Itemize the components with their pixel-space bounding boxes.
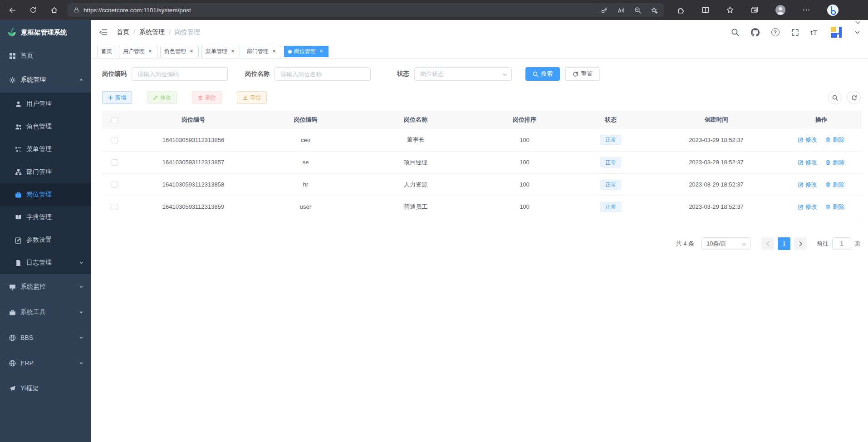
row-delete-button[interactable]: 删除 [825, 181, 844, 189]
sidebar-item-home[interactable]: 首页 [0, 44, 91, 67]
split-screen-icon[interactable] [701, 6, 710, 14]
help-button[interactable]: ? [771, 28, 780, 36]
sidebar-item-user-mgmt[interactable]: 用户管理 [0, 93, 91, 115]
trash-icon [825, 160, 831, 165]
sidebar-collapse-button[interactable] [99, 29, 108, 36]
tab-user-mgmt[interactable]: 用户管理 × [119, 46, 157, 57]
chevron-down-icon [502, 72, 507, 77]
sidebar-item-log-mgmt[interactable]: 日志管理 [0, 251, 91, 274]
tab-close-icon[interactable]: × [230, 49, 236, 55]
extensions-icon[interactable] [677, 6, 685, 14]
tab-close-icon[interactable]: × [188, 49, 195, 55]
row-checkbox[interactable] [112, 182, 118, 188]
sidebar-item-param-settings[interactable]: 参数设置 [0, 229, 91, 251]
browser-back-button[interactable] [5, 2, 20, 18]
edit-button[interactable]: 修改 [147, 91, 177, 104]
password-key-icon[interactable] [601, 7, 608, 14]
reset-button[interactable]: 重置 [565, 67, 600, 81]
tab-role-mgmt[interactable]: 角色管理 × [160, 46, 199, 57]
bing-copilot-icon[interactable] [827, 4, 839, 16]
export-button[interactable]: 导出 [237, 91, 267, 104]
sidebar-item-dict-mgmt[interactable]: 字典管理 [0, 206, 91, 229]
back-icon [9, 6, 16, 14]
document-icon [15, 260, 22, 266]
row-edit-button[interactable]: 修改 [798, 181, 817, 189]
tab-label: 角色管理 [164, 48, 186, 55]
collections-icon[interactable] [750, 6, 759, 14]
font-size-button[interactable]: tT [811, 29, 818, 36]
status-badge: 正常 [600, 202, 621, 212]
row-delete-button[interactable]: 删除 [825, 203, 844, 211]
page-size-select[interactable]: 10条/页 [701, 237, 750, 250]
sidebar-item-post-mgmt[interactable]: 岗位管理 [0, 183, 91, 206]
tab-post-mgmt[interactable]: 岗位管理 × [284, 46, 329, 57]
toggle-search-button[interactable] [828, 91, 842, 104]
tags-view-bar: 首页 用户管理 × 角色管理 × 菜单管理 × 部门管理 × 岗位管理 × [91, 44, 868, 59]
book-icon [15, 214, 22, 221]
goto-page-input[interactable] [832, 237, 851, 250]
add-favorite-icon[interactable] [651, 7, 658, 14]
row-delete-button[interactable]: 删除 [825, 136, 844, 144]
row-edit-button[interactable]: 修改 [798, 136, 817, 144]
github-icon [751, 28, 760, 37]
refresh-table-button[interactable] [847, 91, 861, 104]
sidebar-group-erp[interactable]: ERP [0, 350, 91, 376]
avatar-dropdown-caret-icon[interactable] [855, 31, 860, 34]
github-link[interactable] [751, 28, 760, 37]
row-checkbox[interactable] [112, 159, 118, 166]
row-checkbox[interactable] [112, 137, 118, 143]
prev-page-button[interactable] [761, 237, 774, 250]
sidebar-item-role-mgmt[interactable]: 角色管理 [0, 115, 91, 138]
sidebar-item-menu-mgmt[interactable]: 菜单管理 [0, 138, 91, 161]
post-name-input[interactable] [275, 67, 371, 81]
post-code-input[interactable] [132, 67, 228, 81]
search-button[interactable]: 搜索 [525, 67, 560, 81]
status-select[interactable]: 岗位状态 [414, 67, 512, 81]
cell-post-id: 1641030593112313859 [128, 196, 259, 218]
browser-refresh-button[interactable] [25, 2, 41, 18]
sidebar-group-bbs[interactable]: BBS [0, 325, 91, 350]
sidebar-group-monitor[interactable]: 系统监控 [0, 274, 91, 300]
favorites-icon[interactable] [726, 6, 734, 14]
user-avatar[interactable] [829, 25, 843, 39]
profile-avatar[interactable] [775, 5, 786, 15]
breadcrumb-system[interactable]: 系统管理 [139, 28, 165, 36]
browser-menu-icon[interactable] [802, 6, 810, 14]
add-button[interactable]: 新增 [102, 91, 132, 104]
sidebar-item-dept-mgmt[interactable]: 部门管理 [0, 161, 91, 183]
sidebar-item-label: 字典管理 [26, 213, 52, 221]
cell-post-code: hr [259, 173, 352, 196]
sidebar-group-system[interactable]: 系统管理 [0, 67, 91, 93]
delete-button[interactable]: 删除 [192, 91, 222, 104]
row-edit-button[interactable]: 修改 [798, 158, 817, 167]
header-search-button[interactable] [731, 28, 739, 36]
sidebar-expand-caret-icon[interactable] [855, 21, 861, 25]
select-all-checkbox[interactable] [112, 117, 118, 123]
sidebar-item-yi-framework[interactable]: Yi框架 [0, 376, 91, 401]
read-aloud-icon[interactable] [618, 7, 624, 14]
tab-menu-mgmt[interactable]: 菜单管理 × [201, 46, 240, 57]
tab-home[interactable]: 首页 [97, 46, 116, 57]
chevron-down-icon [79, 260, 83, 265]
tab-close-icon[interactable]: × [318, 49, 324, 55]
sidebar-item-label: 角色管理 [26, 123, 52, 131]
fullscreen-button[interactable] [791, 29, 799, 36]
zoom-out-icon[interactable] [634, 7, 641, 14]
sidebar-group-label: 系统监控 [20, 283, 46, 291]
tab-dept-mgmt[interactable]: 部门管理 × [243, 46, 281, 57]
page-number-button[interactable]: 1 [778, 237, 790, 250]
tab-close-icon[interactable]: × [271, 49, 277, 55]
plus-icon [108, 95, 113, 100]
browser-home-button[interactable] [46, 2, 62, 18]
table-header-row: 岗位编号 岗位编码 岗位名称 岗位排序 状态 创建时间 操作 [102, 111, 862, 129]
app-logo[interactable]: 意框架管理系统 [0, 20, 91, 44]
next-page-button[interactable] [794, 237, 807, 250]
tab-close-icon[interactable]: × [147, 49, 153, 55]
row-delete-button[interactable]: 删除 [825, 158, 844, 167]
address-bar[interactable]: https://ccnetcore.com:1101/system/post [67, 3, 664, 17]
row-edit-button[interactable]: 修改 [798, 203, 817, 211]
row-checkbox[interactable] [112, 204, 118, 210]
sidebar-item-label: 菜单管理 [26, 145, 52, 153]
sidebar-group-tools[interactable]: 系统工具 [0, 300, 91, 325]
breadcrumb-home[interactable]: 首页 [117, 28, 129, 36]
